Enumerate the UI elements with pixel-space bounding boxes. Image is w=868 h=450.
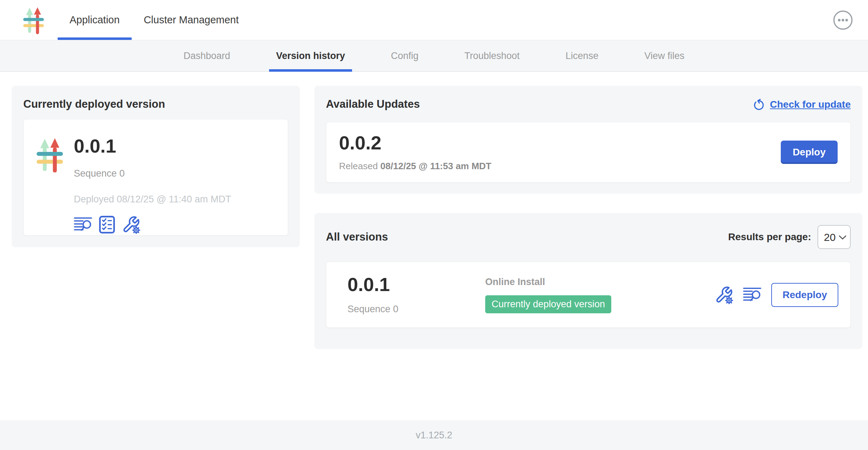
subnav-tab-license-label: License [566,51,599,61]
released-prefix: Released [339,161,378,171]
page-footer: v1.125.2 [0,420,868,450]
app-subnav: Dashboard Version history Config Trouble… [0,40,868,72]
install-type-label: Online Install [485,277,715,288]
tab-cluster-management[interactable]: Cluster Management [132,0,251,40]
deployed-sequence: Sequence 0 [74,168,231,179]
subnav-tab-view-files[interactable]: View files [637,40,692,71]
all-versions-card: All versions Results per page: 20 0 [314,213,862,349]
deployed-timestamp: Deployed 08/12/25 @ 11:40 am MDT [74,194,231,205]
subnav-tab-license[interactable]: License [559,40,606,71]
app-logo-arrows-icon [36,137,64,225]
subnav-tab-version-history[interactable]: Version history [269,40,352,71]
app-logo [0,0,58,40]
deployed-version-panel: 0.0.1 Sequence 0 Deployed 08/12/25 @ 11:… [23,119,288,236]
available-updates-title: Available Updates [326,98,420,111]
subnav-tab-troubleshoot[interactable]: Troubleshoot [457,40,527,71]
update-version-number: 0.0.2 [339,133,492,152]
deployed-card-title: Currently deployed version [23,98,288,111]
diff-icon[interactable] [74,217,92,233]
available-update-row: 0.0.2 Released 08/12/25 @ 11:53 am MDT D… [326,122,851,183]
all-versions-title: All versions [326,231,388,243]
kots-version-label: v1.125.2 [416,430,452,441]
config-icon[interactable] [715,286,733,304]
subnav-tab-config[interactable]: Config [384,40,426,71]
released-date: 08/12/25 @ 11:53 am MDT [380,161,491,171]
diff-icon[interactable] [743,287,761,303]
available-updates-card: Available Updates Check for update 0.0.2 [314,86,862,194]
subnav-tab-version-history-label: Version history [276,51,345,61]
redeploy-button[interactable]: Redeploy [771,283,838,307]
tab-application-label: Application [70,14,120,26]
update-released-line: Released 08/12/25 @ 11:53 am MDT [339,161,492,172]
app-logo-arrows-icon [23,6,44,35]
config-icon[interactable] [122,215,140,234]
check-for-update-link[interactable]: Check for update [752,98,851,111]
top-header: Application Cluster Management [0,0,868,40]
tab-cluster-management-label: Cluster Management [144,14,239,26]
subnav-tab-troubleshoot-label: Troubleshoot [464,51,520,61]
main-content: Currently deployed version 0.0.1 Sequenc… [0,72,868,420]
subnav-tab-dashboard-label: Dashboard [184,51,230,61]
subnav-tab-config-label: Config [391,51,418,61]
tab-application[interactable]: Application [58,0,132,40]
results-per-page-label: Results per page: [728,231,811,243]
row-version-number: 0.0.1 [347,275,485,294]
deployed-version-number: 0.0.1 [74,136,231,155]
subnav-tab-dashboard[interactable]: Dashboard [177,40,237,71]
header-tabs: Application Cluster Management [58,0,251,40]
row-sequence: Sequence 0 [347,304,485,315]
ellipsis-menu-icon[interactable] [833,10,853,30]
version-row: 0.0.1 Sequence 0 Online Install Currentl… [326,262,851,328]
check-for-update-label: Check for update [770,99,851,110]
refresh-icon [752,98,766,111]
currently-deployed-badge: Currently deployed version [485,295,611,313]
deploy-button[interactable]: Deploy [781,141,838,164]
currently-deployed-card: Currently deployed version 0.0.1 Sequenc… [12,86,300,247]
preflight-checks-icon[interactable] [99,215,115,234]
results-per-page-select[interactable]: 20 [818,225,851,249]
subnav-tab-view-files-label: View files [644,51,685,61]
